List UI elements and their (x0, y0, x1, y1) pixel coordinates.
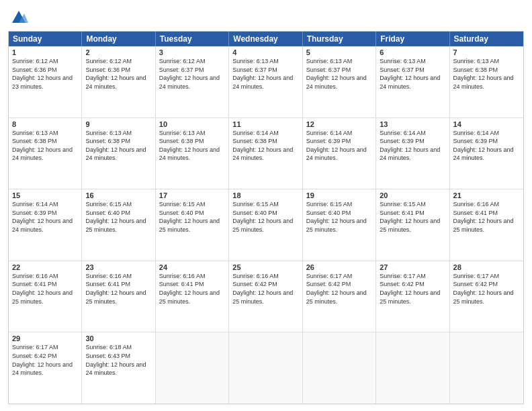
calendar-row: 8Sunrise: 6:13 AMSunset: 6:38 PMDaylight… (9, 118, 523, 190)
calendar-cell: 18Sunrise: 6:15 AMSunset: 6:40 PMDayligh… (229, 189, 302, 261)
calendar-cell: 22Sunrise: 6:16 AMSunset: 6:41 PMDayligh… (9, 261, 82, 332)
cell-info: Sunrise: 6:17 AMSunset: 6:42 PMDaylight:… (380, 272, 445, 306)
day-number: 4 (232, 48, 298, 56)
calendar-cell: 7Sunrise: 6:13 AMSunset: 6:38 PMDaylight… (450, 46, 523, 118)
day-number: 28 (453, 263, 520, 271)
calendar-cell: 11Sunrise: 6:14 AMSunset: 6:38 PMDayligh… (229, 118, 302, 189)
cell-info: Sunrise: 6:15 AMSunset: 6:40 PMDaylight:… (232, 200, 298, 234)
calendar-cell: 20Sunrise: 6:15 AMSunset: 6:41 PMDayligh… (376, 189, 449, 261)
page: SundayMondayTuesdayWednesdayThursdayFrid… (0, 0, 532, 411)
calendar-body: 1Sunrise: 6:12 AMSunset: 6:36 PMDaylight… (9, 46, 523, 404)
calendar-cell: 16Sunrise: 6:15 AMSunset: 6:40 PMDayligh… (82, 189, 155, 261)
day-number: 19 (306, 191, 372, 199)
day-number: 17 (159, 191, 225, 199)
day-number: 11 (232, 120, 298, 128)
cell-info: Sunrise: 6:13 AMSunset: 6:37 PMDaylight:… (306, 57, 372, 91)
calendar-row: 1Sunrise: 6:12 AMSunset: 6:36 PMDaylight… (9, 46, 523, 118)
day-number: 26 (306, 263, 372, 271)
day-number: 12 (306, 120, 372, 128)
calendar-cell (229, 332, 302, 404)
calendar-header: SundayMondayTuesdayWednesdayThursdayFrid… (9, 32, 523, 46)
calendar-row: 29Sunrise: 6:17 AMSunset: 6:42 PMDayligh… (9, 332, 523, 404)
cell-info: Sunrise: 6:14 AMSunset: 6:38 PMDaylight:… (232, 129, 298, 163)
cell-info: Sunrise: 6:17 AMSunset: 6:42 PMDaylight:… (453, 272, 520, 306)
cell-info: Sunrise: 6:14 AMSunset: 6:39 PMDaylight:… (12, 200, 78, 234)
cell-info: Sunrise: 6:12 AMSunset: 6:37 PMDaylight:… (159, 57, 225, 91)
calendar-cell: 19Sunrise: 6:15 AMSunset: 6:40 PMDayligh… (303, 189, 376, 261)
cell-info: Sunrise: 6:16 AMSunset: 6:41 PMDaylight:… (12, 272, 78, 306)
cell-info: Sunrise: 6:15 AMSunset: 6:41 PMDaylight:… (380, 200, 445, 234)
cell-info: Sunrise: 6:15 AMSunset: 6:40 PMDaylight:… (306, 200, 372, 234)
day-number: 30 (85, 334, 151, 342)
cell-info: Sunrise: 6:15 AMSunset: 6:40 PMDaylight:… (159, 200, 225, 234)
day-number: 18 (232, 191, 298, 199)
calendar-cell (376, 332, 449, 404)
day-number: 20 (380, 191, 445, 199)
cell-info: Sunrise: 6:15 AMSunset: 6:40 PMDaylight:… (85, 200, 151, 234)
calendar-cell: 9Sunrise: 6:13 AMSunset: 6:38 PMDaylight… (82, 118, 155, 189)
cell-info: Sunrise: 6:13 AMSunset: 6:38 PMDaylight:… (85, 129, 151, 163)
cell-info: Sunrise: 6:14 AMSunset: 6:39 PMDaylight:… (306, 129, 372, 163)
cell-info: Sunrise: 6:17 AMSunset: 6:42 PMDaylight:… (306, 272, 372, 306)
calendar-header-cell: Tuesday (156, 32, 229, 46)
cell-info: Sunrise: 6:17 AMSunset: 6:42 PMDaylight:… (12, 343, 78, 377)
cell-info: Sunrise: 6:18 AMSunset: 6:43 PMDaylight:… (85, 343, 151, 377)
cell-info: Sunrise: 6:12 AMSunset: 6:36 PMDaylight:… (85, 57, 151, 91)
calendar-cell (303, 332, 376, 404)
day-number: 2 (85, 48, 151, 56)
calendar-cell: 26Sunrise: 6:17 AMSunset: 6:42 PMDayligh… (303, 261, 376, 332)
calendar-cell: 17Sunrise: 6:15 AMSunset: 6:40 PMDayligh… (156, 189, 229, 261)
calendar-cell: 6Sunrise: 6:13 AMSunset: 6:37 PMDaylight… (376, 46, 449, 118)
calendar-header-cell: Wednesday (229, 32, 302, 46)
calendar-cell: 13Sunrise: 6:14 AMSunset: 6:39 PMDayligh… (376, 118, 449, 189)
calendar-cell (450, 332, 523, 404)
calendar-header-cell: Friday (376, 32, 449, 46)
day-number: 15 (12, 191, 78, 199)
day-number: 14 (453, 120, 520, 128)
day-number: 5 (306, 48, 372, 56)
day-number: 1 (12, 48, 78, 56)
calendar-cell: 12Sunrise: 6:14 AMSunset: 6:39 PMDayligh… (303, 118, 376, 189)
calendar-cell: 30Sunrise: 6:18 AMSunset: 6:43 PMDayligh… (82, 332, 155, 404)
day-number: 29 (12, 334, 78, 342)
cell-info: Sunrise: 6:13 AMSunset: 6:38 PMDaylight:… (453, 57, 520, 91)
day-number: 10 (159, 120, 225, 128)
day-number: 25 (232, 263, 298, 271)
calendar-cell: 2Sunrise: 6:12 AMSunset: 6:36 PMDaylight… (82, 46, 155, 118)
day-number: 21 (453, 191, 520, 199)
logo (8, 7, 28, 26)
calendar-row: 22Sunrise: 6:16 AMSunset: 6:41 PMDayligh… (9, 261, 523, 333)
calendar-cell: 5Sunrise: 6:13 AMSunset: 6:37 PMDaylight… (303, 46, 376, 118)
day-number: 3 (159, 48, 225, 56)
calendar-header-cell: Saturday (450, 32, 523, 46)
day-number: 8 (12, 120, 78, 128)
cell-info: Sunrise: 6:16 AMSunset: 6:41 PMDaylight:… (453, 200, 520, 234)
calendar-cell: 28Sunrise: 6:17 AMSunset: 6:42 PMDayligh… (450, 261, 523, 332)
cell-info: Sunrise: 6:14 AMSunset: 6:39 PMDaylight:… (453, 129, 520, 163)
calendar-cell: 24Sunrise: 6:16 AMSunset: 6:41 PMDayligh… (156, 261, 229, 332)
calendar-cell: 10Sunrise: 6:13 AMSunset: 6:38 PMDayligh… (156, 118, 229, 189)
cell-info: Sunrise: 6:14 AMSunset: 6:39 PMDaylight:… (380, 129, 445, 163)
day-number: 6 (380, 48, 445, 56)
calendar-cell: 14Sunrise: 6:14 AMSunset: 6:39 PMDayligh… (450, 118, 523, 189)
calendar-cell: 27Sunrise: 6:17 AMSunset: 6:42 PMDayligh… (376, 261, 449, 332)
cell-info: Sunrise: 6:13 AMSunset: 6:37 PMDaylight:… (380, 57, 445, 91)
calendar-cell: 25Sunrise: 6:16 AMSunset: 6:42 PMDayligh… (229, 261, 302, 332)
calendar-cell: 4Sunrise: 6:13 AMSunset: 6:37 PMDaylight… (229, 46, 302, 118)
day-number: 22 (12, 263, 78, 271)
cell-info: Sunrise: 6:16 AMSunset: 6:41 PMDaylight:… (85, 272, 151, 306)
calendar-cell: 8Sunrise: 6:13 AMSunset: 6:38 PMDaylight… (9, 118, 82, 189)
cell-info: Sunrise: 6:13 AMSunset: 6:38 PMDaylight:… (159, 129, 225, 163)
logo-icon (9, 7, 28, 26)
calendar-cell: 21Sunrise: 6:16 AMSunset: 6:41 PMDayligh… (450, 189, 523, 261)
calendar-cell: 1Sunrise: 6:12 AMSunset: 6:36 PMDaylight… (9, 46, 82, 118)
calendar-cell: 29Sunrise: 6:17 AMSunset: 6:42 PMDayligh… (9, 332, 82, 404)
calendar-row: 15Sunrise: 6:14 AMSunset: 6:39 PMDayligh… (9, 189, 523, 261)
cell-info: Sunrise: 6:16 AMSunset: 6:42 PMDaylight:… (232, 272, 298, 306)
calendar: SundayMondayTuesdayWednesdayThursdayFrid… (8, 31, 524, 404)
calendar-cell: 23Sunrise: 6:16 AMSunset: 6:41 PMDayligh… (82, 261, 155, 332)
calendar-header-cell: Thursday (303, 32, 376, 46)
cell-info: Sunrise: 6:13 AMSunset: 6:38 PMDaylight:… (12, 129, 78, 163)
day-number: 27 (380, 263, 445, 271)
day-number: 9 (85, 120, 151, 128)
